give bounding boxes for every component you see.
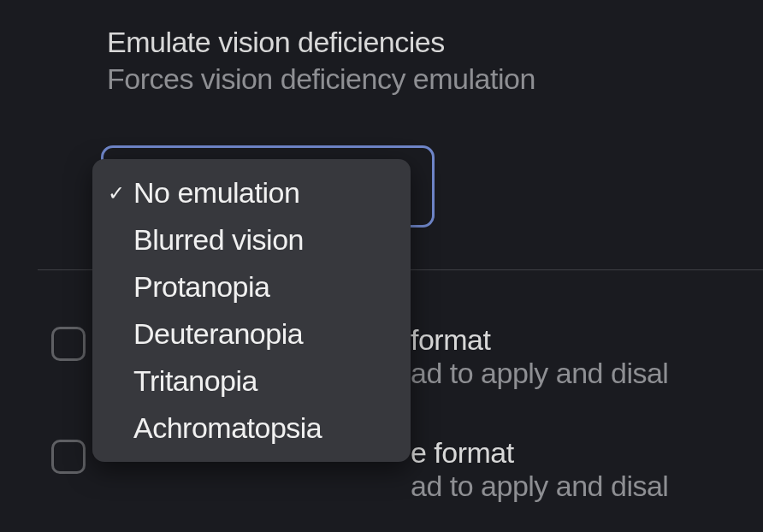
dropdown-option-no-emulation[interactable]: ✓ No emulation	[92, 169, 411, 216]
checkbox-subtitle: ad to apply and disal	[411, 357, 668, 390]
checkbox-text: e format ad to apply and disal	[411, 436, 668, 503]
dropdown-option-label: No emulation	[133, 176, 299, 210]
checkbox-text: format ad to apply and disal	[411, 323, 668, 390]
dropdown-option-achromatopsia[interactable]: Achromatopsia	[92, 405, 411, 452]
checkbox[interactable]	[51, 327, 86, 361]
dropdown-option-label: Tritanopia	[133, 364, 257, 398]
dropdown-option-protanopia[interactable]: Protanopia	[92, 263, 411, 310]
dropdown-option-label: Achromatopsia	[133, 411, 322, 445]
checkbox-subtitle: ad to apply and disal	[411, 470, 668, 503]
checkbox-title: e format	[411, 436, 668, 470]
dropdown-option-label: Protanopia	[133, 270, 269, 304]
checkbox-title: format	[411, 323, 668, 357]
check-icon: ✓	[108, 181, 132, 205]
dropdown-option-deuteranopia[interactable]: Deuteranopia	[92, 310, 411, 358]
setting-title: Emulate vision deficiencies	[107, 26, 763, 59]
dropdown-option-tritanopia[interactable]: Tritanopia	[92, 358, 411, 405]
vision-deficiency-dropdown-menu: ✓ No emulation Blurred vision Protanopia…	[92, 159, 411, 462]
dropdown-option-blurred-vision[interactable]: Blurred vision	[92, 216, 411, 263]
checkbox[interactable]	[51, 440, 86, 474]
dropdown-option-label: Blurred vision	[133, 223, 304, 257]
vision-deficiency-setting: Emulate vision deficiencies Forces visio…	[0, 0, 763, 96]
dropdown-option-label: Deuteranopia	[133, 317, 303, 351]
setting-subtitle: Forces vision deficiency emulation	[107, 62, 763, 96]
